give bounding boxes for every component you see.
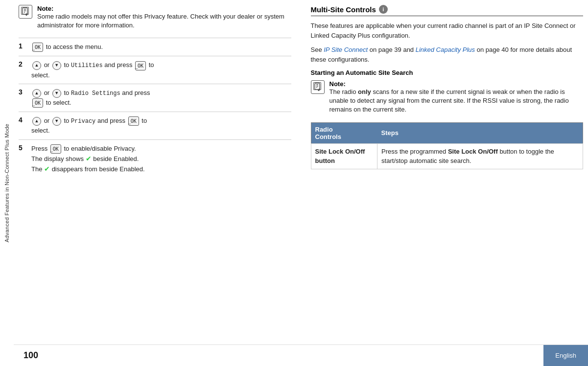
- step-2: 2 ▲ or ▼ to Utilities and press ॒OK tose…: [19, 56, 291, 84]
- arrow-up-icon: ▲: [32, 61, 41, 70]
- arrow-up-icon-4: ▲: [32, 117, 41, 126]
- section-title: Multi-Site Controls i: [311, 5, 584, 16]
- step-4-number: 4: [19, 116, 26, 124]
- info-badge: i: [379, 5, 388, 14]
- step-2-number: 2: [19, 60, 26, 68]
- step-3-press: and press: [122, 89, 150, 96]
- step-3: 3 ▲ or ▼ to Radio Settings and press ॒OK…: [19, 84, 291, 112]
- step-1: 1 ॒OK to access the menu.: [19, 38, 291, 56]
- step-1-content: ॒OK to access the menu.: [31, 42, 291, 52]
- bottom-bar: 100 English: [14, 344, 588, 366]
- step-5-content: Press ॒OK to enable/disable Privacy. The…: [31, 144, 291, 174]
- page-container: Advanced Features in Non-Connect Plus Mo…: [0, 0, 588, 366]
- step-2-press: and press: [104, 61, 134, 69]
- page-number: 100: [14, 345, 48, 366]
- linked-capacity-link[interactable]: Linked Capacity Plus: [416, 46, 475, 53]
- step-3-select: to select.: [46, 99, 71, 106]
- ok-button-icon-5: ॒OK: [50, 144, 61, 154]
- step-2-menu: Utilities: [71, 62, 103, 69]
- note-icon: [19, 5, 32, 19]
- content-area: Note: Some radio models may not offer th…: [14, 0, 588, 366]
- step-4-content: ▲ or ▼ to Privacy and press ॒OK toselect…: [31, 116, 291, 136]
- note-box: Note: Some radio models may not offer th…: [19, 5, 291, 30]
- svg-rect-4: [315, 83, 320, 90]
- left-column: Note: Some radio models may not offer th…: [19, 5, 296, 344]
- note-content: Note: Some radio models may not offer th…: [37, 5, 291, 30]
- right-note-text: The radio only scans for a new site if t…: [329, 88, 584, 114]
- step-2-to: to: [64, 61, 71, 69]
- step-5-line1: Press ॒OK to enable/disable Privacy.: [31, 144, 291, 154]
- step-3-to: to: [64, 89, 71, 96]
- subsection-title: Starting an Automatic Site Search: [311, 69, 584, 76]
- step-3-number: 3: [19, 88, 26, 96]
- section-title-text: Multi-Site Controls: [311, 5, 376, 14]
- step-4-or: or: [44, 117, 51, 124]
- see-text-middle: on page 39 and: [368, 46, 416, 53]
- radio-controls-table: RadioControls Steps Site Lock On/Off but…: [311, 122, 584, 169]
- step-4-menu: Privacy: [71, 118, 95, 125]
- checkmark-1: ✔: [86, 155, 92, 162]
- table-header-controls: RadioControls: [311, 122, 377, 143]
- sidebar-label: Advanced Features in Non-Connect Plus Mo…: [4, 124, 10, 243]
- step-1-number: 1: [19, 42, 26, 50]
- language-tab[interactable]: English: [543, 345, 588, 366]
- ip-site-connect-link[interactable]: IP Site Connect: [324, 46, 368, 53]
- step-5-number: 5: [19, 144, 26, 152]
- right-pencil-icon: [313, 82, 323, 92]
- step-3-or: or: [44, 89, 51, 96]
- note-text: Some radio models may not offer this Pri…: [37, 12, 291, 30]
- table-cell-control: Site Lock On/Off button: [311, 143, 377, 169]
- ok-button-icon-4: ॒OK: [128, 116, 139, 126]
- section-intro: These features are applicable when your …: [311, 21, 584, 40]
- step-5: 5 Press ॒OK to enable/disable Privacy. T…: [19, 139, 291, 178]
- pencil-icon: [21, 7, 30, 17]
- arrow-down-icon-3: ▼: [52, 89, 61, 98]
- step-2-or1: or: [44, 61, 51, 69]
- step-4-press: and press: [97, 117, 127, 124]
- sidebar: Advanced Features in Non-Connect Plus Mo…: [0, 0, 14, 366]
- ok-button-icon: ॒OK: [32, 43, 43, 52]
- see-text-before: See: [311, 46, 324, 53]
- note-title: Note:: [37, 5, 291, 12]
- arrow-down-icon: ▼: [52, 61, 61, 70]
- table-row: Site Lock On/Off button Press the progra…: [311, 143, 583, 169]
- ok-button-icon-3: ॒OK: [32, 98, 43, 108]
- right-note-content: Note: The radio only scans for a new sit…: [329, 80, 584, 114]
- step-3-content: ▲ or ▼ to Radio Settings and press ॒OK t…: [31, 88, 291, 108]
- step-5-line3: The ✔ disappears from beside Enabled.: [31, 164, 291, 174]
- arrow-down-icon-4: ▼: [52, 117, 61, 126]
- step-3-menu: Radio Settings: [71, 90, 120, 97]
- table-cell-steps: Press the programmed Site Lock On/Off bu…: [377, 143, 583, 169]
- section-see-also: See IP Site Connect on page 39 and Linke…: [311, 45, 584, 64]
- step-4: 4 ▲ or ▼ to Privacy and press ॒OK tosele…: [19, 112, 291, 139]
- checkmark-2: ✔: [44, 165, 50, 173]
- step-1-text: to access the menu.: [46, 43, 103, 50]
- step-5-line2: The display shows ✔ beside Enabled.: [31, 154, 291, 164]
- ok-button-icon-2: ॒OK: [135, 61, 146, 70]
- svg-rect-0: [23, 8, 27, 14]
- right-column: Multi-Site Controls i These features are…: [306, 5, 584, 344]
- arrow-up-icon-3: ▲: [32, 89, 41, 98]
- step-2-content: ▲ or ▼ to Utilities and press ॒OK tosele…: [31, 60, 291, 80]
- table-header-steps: Steps: [377, 122, 583, 143]
- two-columns: Note: Some radio models may not offer th…: [14, 0, 588, 344]
- step-4-to: to: [64, 117, 71, 124]
- right-note-title: Note:: [329, 80, 584, 88]
- right-note-icon: [311, 80, 325, 94]
- right-note-box: Note: The radio only scans for a new sit…: [311, 80, 584, 114]
